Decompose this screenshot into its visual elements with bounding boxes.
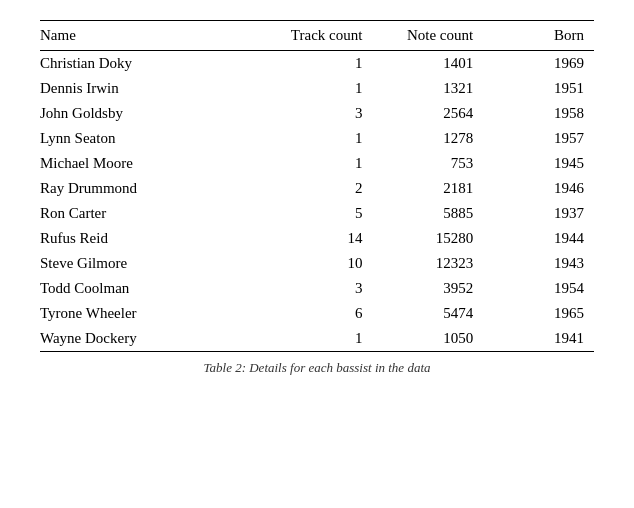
cell-born: 1969 [483, 51, 594, 77]
cell-track-count: 3 [262, 276, 373, 301]
cell-track-count: 1 [262, 51, 373, 77]
cell-born: 1957 [483, 126, 594, 151]
table-row: John Goldsby325641958 [40, 101, 594, 126]
table-row: Steve Gilmore10123231943 [40, 251, 594, 276]
table-row: Michael Moore17531945 [40, 151, 594, 176]
cell-track-count: 5 [262, 201, 373, 226]
cell-born: 1951 [483, 76, 594, 101]
cell-track-count: 3 [262, 101, 373, 126]
cell-name: Wayne Dockery [40, 326, 262, 352]
table-row: Rufus Reid14152801944 [40, 226, 594, 251]
table-row: Christian Doky114011969 [40, 51, 594, 77]
data-table: Name Track count Note count Born Christi… [40, 20, 594, 376]
table-row: Dennis Irwin113211951 [40, 76, 594, 101]
cell-note-count: 2564 [372, 101, 483, 126]
table-row: Ron Carter558851937 [40, 201, 594, 226]
cell-name: Lynn Seaton [40, 126, 262, 151]
cell-note-count: 12323 [372, 251, 483, 276]
cell-track-count: 10 [262, 251, 373, 276]
cell-track-count: 1 [262, 76, 373, 101]
cell-note-count: 5474 [372, 301, 483, 326]
cell-track-count: 2 [262, 176, 373, 201]
cell-note-count: 1278 [372, 126, 483, 151]
cell-born: 1954 [483, 276, 594, 301]
col-header-born: Born [483, 21, 594, 51]
table-row: Lynn Seaton112781957 [40, 126, 594, 151]
cell-note-count: 15280 [372, 226, 483, 251]
cell-track-count: 1 [262, 126, 373, 151]
cell-name: Christian Doky [40, 51, 262, 77]
cell-note-count: 3952 [372, 276, 483, 301]
cell-name: Steve Gilmore [40, 251, 262, 276]
cell-note-count: 5885 [372, 201, 483, 226]
cell-name: Michael Moore [40, 151, 262, 176]
table-row: Wayne Dockery110501941 [40, 326, 594, 352]
cell-note-count: 1321 [372, 76, 483, 101]
cell-track-count: 14 [262, 226, 373, 251]
col-header-name: Name [40, 21, 262, 51]
table-row: Tyrone Wheeler654741965 [40, 301, 594, 326]
cell-note-count: 1050 [372, 326, 483, 352]
table-caption: Table 2: Details for each bassist in the… [40, 352, 594, 377]
cell-name: Todd Coolman [40, 276, 262, 301]
cell-name: Tyrone Wheeler [40, 301, 262, 326]
table-row: Ray Drummond221811946 [40, 176, 594, 201]
cell-note-count: 1401 [372, 51, 483, 77]
cell-track-count: 6 [262, 301, 373, 326]
table-caption-row: Table 2: Details for each bassist in the… [40, 352, 594, 377]
cell-name: Ray Drummond [40, 176, 262, 201]
cell-born: 1965 [483, 301, 594, 326]
cell-born: 1958 [483, 101, 594, 126]
cell-track-count: 1 [262, 326, 373, 352]
cell-born: 1941 [483, 326, 594, 352]
cell-note-count: 753 [372, 151, 483, 176]
cell-born: 1937 [483, 201, 594, 226]
cell-name: Dennis Irwin [40, 76, 262, 101]
cell-born: 1945 [483, 151, 594, 176]
cell-born: 1946 [483, 176, 594, 201]
cell-track-count: 1 [262, 151, 373, 176]
table-row: Todd Coolman339521954 [40, 276, 594, 301]
cell-name: Rufus Reid [40, 226, 262, 251]
cell-born: 1944 [483, 226, 594, 251]
table-container: Name Track count Note count Born Christi… [40, 20, 594, 376]
table-header-row: Name Track count Note count Born [40, 21, 594, 51]
cell-name: Ron Carter [40, 201, 262, 226]
col-header-track-count: Track count [262, 21, 373, 51]
cell-name: John Goldsby [40, 101, 262, 126]
cell-born: 1943 [483, 251, 594, 276]
cell-note-count: 2181 [372, 176, 483, 201]
col-header-note-count: Note count [372, 21, 483, 51]
